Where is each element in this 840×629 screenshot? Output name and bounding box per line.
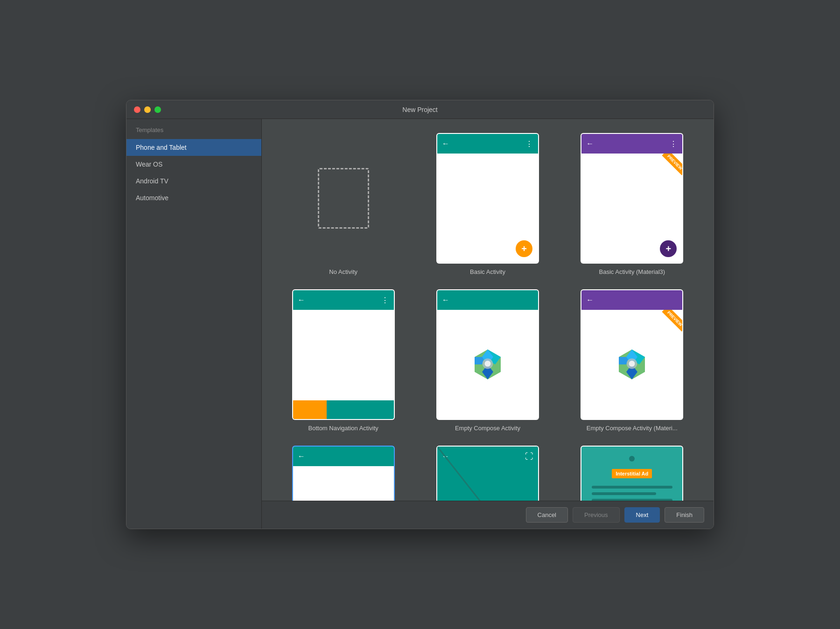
template-label-basic-material3: Basic Activity (Material3) xyxy=(599,268,665,275)
template-card-interstitial-ad[interactable]: Interstitial Ad xyxy=(581,446,683,501)
svg-point-6 xyxy=(485,361,491,367)
template-card-fullscreen[interactable]: ← ⛶ xyxy=(436,446,539,501)
template-card-empty-compose[interactable]: ← xyxy=(436,289,539,420)
compose-body xyxy=(437,310,538,419)
template-card-empty-compose-material[interactable]: ← PREVIEW xyxy=(581,289,683,420)
bottom-nav-header: ← ⋮ xyxy=(293,290,394,310)
bottom-nav-body xyxy=(293,310,394,400)
empty-views-header: ← xyxy=(293,447,394,466)
preview-badge-cm: PREVIEW xyxy=(654,310,682,338)
preview-badge: PREVIEW xyxy=(654,154,682,182)
template-fullscreen[interactable]: ← ⛶ Fullscreen Activity xyxy=(425,446,550,501)
sidebar-item-phone-tablet[interactable]: Phone and Tablet xyxy=(126,139,261,156)
template-label-empty-compose: Empty Compose Activity xyxy=(455,425,520,432)
bottom-nav-tab-3 xyxy=(360,400,394,419)
bottom-nav-tab-2 xyxy=(327,400,360,419)
next-button[interactable]: Next xyxy=(624,507,660,523)
template-bottom-nav[interactable]: ← ⋮ Bottom Navigation Activity xyxy=(280,289,406,432)
template-no-activity[interactable]: No Activity xyxy=(280,133,406,275)
interstitial-line-2 xyxy=(592,492,656,495)
sidebar-item-android-tv[interactable]: Android TV xyxy=(126,173,261,189)
template-label-basic-activity: Basic Activity xyxy=(470,268,505,275)
back-arrow-icon-compose: ← xyxy=(442,296,449,304)
footer: Cancel Previous Next Finish xyxy=(262,501,714,529)
back-arrow-icon-m3: ← xyxy=(586,140,594,148)
bottom-navigation-bar xyxy=(293,400,394,419)
interstitial-dot xyxy=(629,456,635,461)
cancel-button[interactable]: Cancel xyxy=(526,507,568,523)
sidebar-item-automotive[interactable]: Automotive xyxy=(126,189,261,206)
preview-badge-text-cm: PREVIEW xyxy=(662,310,683,332)
close-button[interactable] xyxy=(134,106,140,113)
template-empty-compose[interactable]: ← xyxy=(425,289,550,432)
template-interstitial-ad[interactable]: Interstitial Ad Interstitial Ad xyxy=(569,446,695,501)
templates-grid: No Activity ← ⋮ + Basic Activity xyxy=(262,119,714,501)
sidebar: Templates Phone and Tablet Wear OS Andro… xyxy=(126,119,262,529)
template-basic-activity[interactable]: ← ⋮ + Basic Activity xyxy=(425,133,550,275)
back-arrow-icon-cm: ← xyxy=(586,296,594,304)
template-card-empty-views[interactable]: ← xyxy=(292,446,395,501)
svg-line-14 xyxy=(437,447,538,501)
template-card-bottom-nav[interactable]: ← ⋮ xyxy=(292,289,395,420)
back-arrow-icon-bn: ← xyxy=(298,296,305,304)
sidebar-item-wear-os[interactable]: Wear OS xyxy=(126,156,261,173)
title-bar: New Project xyxy=(126,100,714,119)
finish-button[interactable]: Finish xyxy=(665,507,704,523)
back-arrow-icon: ← xyxy=(442,140,449,148)
preview-badge-text: PREVIEW xyxy=(662,154,683,175)
compose-header: ← xyxy=(437,290,538,310)
template-empty-views[interactable]: ← Empty Views Activity xyxy=(280,446,406,501)
compose-logo xyxy=(469,346,506,383)
bottom-nav-tab-1 xyxy=(293,400,327,419)
template-card-no-activity[interactable] xyxy=(292,133,395,264)
template-card-basic-activity[interactable]: ← ⋮ + xyxy=(436,133,539,264)
template-label-empty-compose-material: Empty Compose Activity (Materi... xyxy=(587,425,678,432)
minimize-button[interactable] xyxy=(144,106,151,113)
fab-button: + xyxy=(516,240,532,257)
menu-dots-icon: ⋮ xyxy=(525,140,533,148)
compose-logo-material xyxy=(613,346,651,383)
main-area: No Activity ← ⋮ + Basic Activity xyxy=(262,119,714,529)
basic-activity-body: + xyxy=(437,154,538,263)
menu-dots-icon-bn: ⋮ xyxy=(381,296,389,305)
sidebar-header: Templates xyxy=(126,126,261,139)
new-project-window: New Project Templates Phone and Tablet W… xyxy=(126,100,714,529)
no-activity-dashed-rect xyxy=(318,168,369,229)
template-label-bottom-nav: Bottom Navigation Activity xyxy=(308,425,378,432)
empty-views-body xyxy=(293,466,394,501)
material3-body: PREVIEW + xyxy=(581,154,682,263)
content-area: Templates Phone and Tablet Wear OS Andro… xyxy=(126,119,714,529)
template-card-basic-material3[interactable]: ← ⋮ PREVIEW + xyxy=(581,133,683,264)
svg-point-13 xyxy=(629,361,635,367)
template-basic-material3[interactable]: ← ⋮ PREVIEW + Basic Activity (Material3) xyxy=(569,133,695,275)
maximize-button[interactable] xyxy=(154,106,161,113)
compose-material-body: PREVIEW xyxy=(581,310,682,419)
compose-material-header: ← xyxy=(581,290,682,310)
interstitial-line-3 xyxy=(592,499,672,501)
window-controls xyxy=(134,106,161,113)
interstitial-ad-badge: Interstitial Ad xyxy=(612,469,652,478)
template-label-no-activity: No Activity xyxy=(329,268,357,275)
interstitial-content-lines xyxy=(592,486,672,501)
interstitial-line-1 xyxy=(592,486,672,489)
interstitial-card-body: Interstitial Ad xyxy=(581,447,682,501)
fullscreen-card-body: ← ⛶ xyxy=(437,447,538,501)
window-title: New Project xyxy=(402,106,437,113)
material3-header: ← ⋮ xyxy=(581,134,682,154)
fab-button-m3: + xyxy=(660,240,677,257)
diagonal-line-svg xyxy=(437,447,538,501)
previous-button[interactable]: Previous xyxy=(573,507,620,523)
template-empty-compose-material[interactable]: ← PREVIEW xyxy=(569,289,695,432)
back-arrow-icon-ev: ← xyxy=(298,452,305,461)
basic-activity-header: ← ⋮ xyxy=(437,134,538,154)
menu-dots-icon-m3: ⋮ xyxy=(670,140,678,148)
